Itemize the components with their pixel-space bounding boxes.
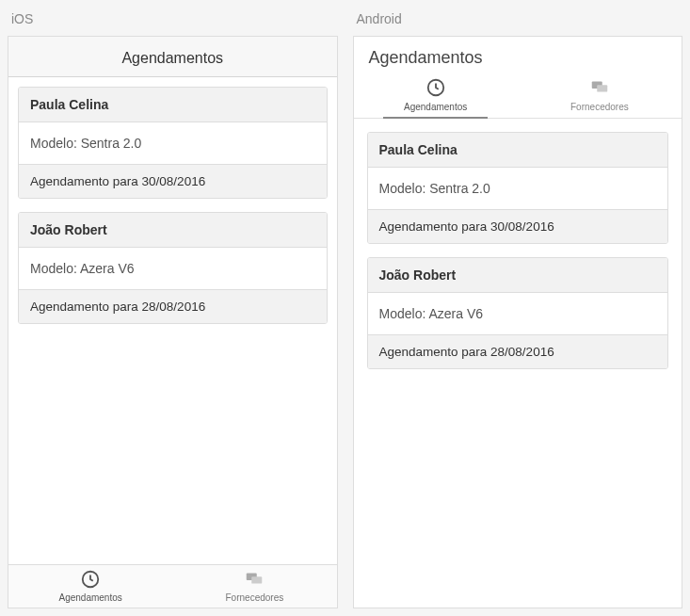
tab-label: Agendamentos (58, 592, 121, 603)
android-tabbar: Agendamentos Fornecedores (354, 73, 682, 119)
card[interactable]: João Robert Modelo: Azera V6 Agendamento… (18, 212, 328, 324)
tab-label: Agendamentos (404, 102, 467, 112)
page-title: Agendamentos (8, 37, 337, 77)
card-name: João Robert (19, 213, 327, 248)
card[interactable]: Paula Celina Modelo: Sentra 2.0 Agendame… (18, 87, 328, 199)
page-title: Agendamentos (354, 37, 682, 73)
tab-fornecedores[interactable]: Fornecedores (172, 565, 336, 608)
ios-panel: iOS Agendamentos Paula Celina Modelo: Se… (0, 0, 345, 616)
tab-agendamentos[interactable]: Agendamentos (8, 565, 172, 608)
android-panel: Android Agendamentos Agendamentos Fornec… (345, 0, 691, 616)
clock-icon (425, 77, 446, 102)
card-model: Modelo: Azera V6 (19, 248, 327, 289)
svg-rect-5 (597, 85, 607, 91)
tab-fornecedores[interactable]: Fornecedores (518, 73, 682, 118)
ios-tabbar: Agendamentos Fornecedores (8, 564, 337, 608)
card[interactable]: Paula Celina Modelo: Sentra 2.0 Agendame… (367, 132, 669, 244)
android-label: Android (353, 8, 683, 36)
ios-label: iOS (8, 8, 338, 36)
card-name: Paula Celina (19, 88, 327, 122)
chat-icon (589, 77, 610, 102)
tab-agendamentos[interactable]: Agendamentos (354, 73, 518, 118)
card-model: Modelo: Sentra 2.0 (368, 168, 668, 209)
card-name: Paula Celina (368, 133, 668, 168)
chat-icon (244, 569, 265, 592)
svg-rect-2 (252, 576, 263, 583)
card-schedule: Agendamento para 28/08/2016 (19, 289, 327, 323)
ios-device: Agendamentos Paula Celina Modelo: Sentra… (8, 36, 338, 608)
card-schedule: Agendamento para 30/08/2016 (368, 209, 668, 243)
android-device: Agendamentos Agendamentos Fornecedores P… (353, 36, 683, 608)
card-model: Modelo: Azera V6 (368, 293, 668, 334)
tab-label: Fornecedores (226, 592, 284, 603)
android-content: Paula Celina Modelo: Sentra 2.0 Agendame… (354, 119, 682, 608)
card-schedule: Agendamento para 28/08/2016 (368, 334, 668, 368)
card-schedule: Agendamento para 30/08/2016 (19, 164, 327, 198)
card[interactable]: João Robert Modelo: Azera V6 Agendamento… (367, 257, 669, 369)
clock-icon (80, 569, 101, 592)
tab-label: Fornecedores (570, 102, 629, 112)
card-model: Modelo: Sentra 2.0 (19, 122, 327, 164)
ios-content: Paula Celina Modelo: Sentra 2.0 Agendame… (8, 77, 337, 564)
card-name: João Robert (368, 258, 668, 293)
